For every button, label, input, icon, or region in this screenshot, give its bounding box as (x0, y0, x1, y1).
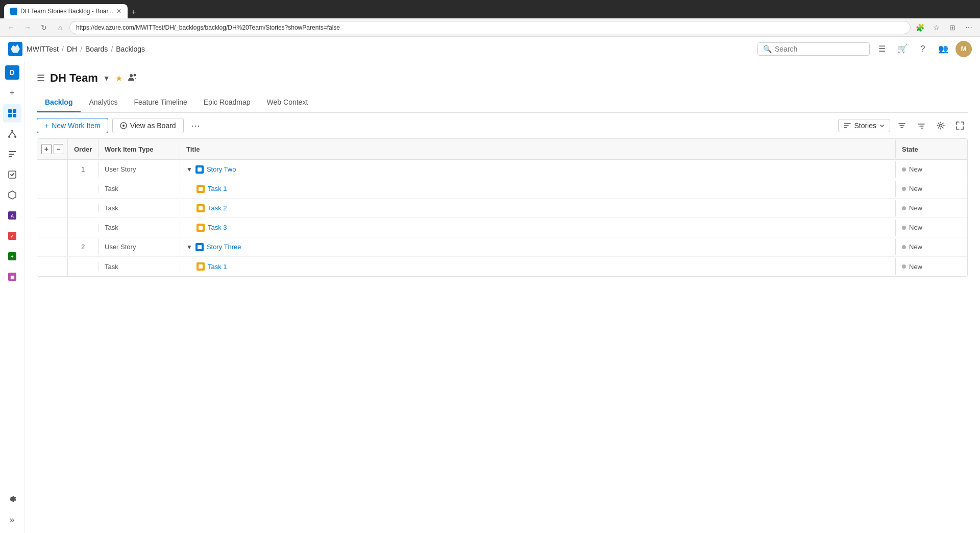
row-type-1-2: Task (99, 200, 180, 216)
row-title-1-1[interactable]: Task 1 (180, 181, 896, 197)
tab-feature-timeline[interactable]: Feature Timeline (126, 93, 195, 112)
stories-selector[interactable]: Stories (838, 119, 890, 132)
task3-title[interactable]: Task 3 (208, 224, 227, 231)
row-title-2[interactable]: ▼ Story Three (180, 239, 896, 255)
team-members-icon[interactable] (128, 72, 138, 85)
user-story-icon-2 (195, 243, 204, 251)
collections-button[interactable]: ⊞ (945, 20, 960, 35)
back-button[interactable]: ← (4, 20, 18, 35)
th-order: Order (68, 140, 99, 158)
title-dropdown-button[interactable]: ▼ (103, 74, 110, 82)
top-bar: MWITTest / DH / Boards / Backlogs 🔍 ☰ 🛒 … (0, 37, 980, 61)
sidebar-item-pipelines[interactable] (3, 145, 21, 163)
browser-tab-active[interactable]: DH Team Stories Backlog - Boar... ✕ (4, 4, 128, 18)
sidebar-org-logo[interactable]: D (5, 65, 19, 80)
th-state: State (896, 140, 967, 158)
app-logo[interactable] (8, 42, 22, 56)
breadcrumb-mwittest[interactable]: MWITTest (27, 45, 59, 53)
help-icon[interactable]: ? (915, 41, 931, 57)
hamburger-menu[interactable]: ☰ (37, 72, 45, 84)
breadcrumb-backlogs[interactable]: Backlogs (116, 45, 145, 53)
more-tools-button[interactable]: ⋯ (962, 20, 976, 35)
sidebar-item-artifacts[interactable] (3, 186, 21, 204)
tab-analytics[interactable]: Analytics (81, 93, 126, 112)
row-expand-1-2 (37, 199, 68, 217)
breadcrumb: MWITTest / DH / Boards / Backlogs (27, 45, 145, 53)
svg-text:✓: ✓ (10, 234, 14, 239)
page-title[interactable]: DH Team (50, 71, 98, 85)
search-input[interactable] (775, 45, 864, 53)
sidebar-item-boards[interactable] (3, 104, 21, 123)
ext4-icon: ▣ (7, 272, 17, 282)
story-two-title[interactable]: Story Two (207, 165, 236, 173)
basket-icon[interactable]: 🛒 (894, 41, 911, 57)
repos-icon (7, 129, 17, 139)
collapse-all-button[interactable]: − (54, 144, 64, 154)
sidebar-item-ext3[interactable]: + (3, 247, 21, 265)
sidebar-item-testplans[interactable] (3, 165, 21, 184)
browser-nav: ← → ↻ ⌂ 🧩 ☆ ⊞ ⋯ (0, 18, 980, 37)
extensions-button[interactable]: 🧩 (913, 20, 927, 35)
svg-rect-1 (13, 109, 16, 113)
state-dot-1 (902, 167, 906, 172)
tab-close-button[interactable]: ✕ (116, 8, 121, 15)
row-order-1-2 (68, 204, 99, 212)
svg-point-5 (8, 136, 10, 138)
expand-all-button[interactable]: + (41, 144, 52, 154)
collapse-arrow-2[interactable]: ▼ (186, 244, 192, 251)
svg-text:A: A (10, 213, 14, 219)
tab-epic-roadmap[interactable]: Epic Roadmap (195, 93, 259, 112)
sidebar-item-collapse[interactable]: » (3, 511, 21, 529)
address-bar[interactable] (69, 21, 911, 34)
new-tab-button[interactable]: + (128, 6, 140, 18)
row-type-1: User Story (99, 161, 180, 177)
collapse-icon: » (9, 515, 14, 525)
search-box[interactable]: 🔍 (757, 42, 870, 56)
svg-point-22 (940, 125, 942, 127)
avatar[interactable]: M (955, 41, 972, 57)
row-title-1[interactable]: ▼ Story Two (180, 161, 896, 178)
fullscreen-button[interactable] (952, 118, 968, 133)
sidebar-item-ext2[interactable]: ✓ (3, 227, 21, 245)
breadcrumb-boards[interactable]: Boards (85, 45, 108, 53)
collapse-arrow-1[interactable]: ▼ (186, 166, 192, 173)
row-state-1-3: New (896, 220, 967, 235)
row-title-1-2[interactable]: Task 2 (180, 200, 896, 216)
sidebar-item-settings[interactable] (3, 490, 21, 508)
row-title-2-1[interactable]: Task 1 (180, 258, 896, 275)
forward-button[interactable]: → (20, 20, 35, 35)
view-as-board-button[interactable]: View as Board (112, 118, 184, 133)
favorites-button[interactable]: ☆ (929, 20, 943, 35)
tab-web-context[interactable]: Web Context (259, 93, 316, 112)
filter-button[interactable] (894, 118, 910, 133)
svg-rect-2 (8, 114, 12, 117)
refresh-button[interactable]: ↻ (37, 20, 51, 35)
settings-button[interactable] (933, 118, 948, 133)
row-title-1-3[interactable]: Task 3 (180, 220, 896, 236)
sidebar-item-ext4[interactable]: ▣ (3, 268, 21, 286)
home-button[interactable]: ⌂ (53, 20, 67, 35)
sidebar-item-repos[interactable] (3, 125, 21, 143)
row-order-2-1 (68, 262, 99, 271)
new-work-item-button[interactable]: + New Work Item (37, 118, 108, 133)
svg-rect-0 (8, 109, 12, 113)
task2-title[interactable]: Task 2 (208, 204, 227, 212)
story3-task1-title[interactable]: Task 1 (208, 263, 227, 271)
my-work-icon[interactable]: ☰ (874, 41, 890, 57)
row-order-1: 1 (68, 161, 99, 177)
favorite-star-icon[interactable]: ★ (115, 74, 122, 83)
sort-button[interactable] (914, 118, 929, 133)
th-expand: + − (37, 139, 68, 159)
more-options-button[interactable]: ⋯ (188, 118, 203, 133)
task1-title[interactable]: Task 1 (208, 185, 227, 192)
table-row: Task Task 2 New (37, 199, 967, 218)
story-three-title[interactable]: Story Three (207, 243, 241, 251)
breadcrumb-dh[interactable]: DH (67, 45, 77, 53)
sidebar-item-ext1[interactable]: A (3, 206, 21, 225)
sidebar-item-add[interactable]: + (3, 84, 21, 102)
sidebar: D + (0, 61, 24, 533)
row-order-1-3 (68, 224, 99, 232)
people-settings-icon[interactable]: 👥 (935, 41, 951, 57)
task-icon-2-1 (197, 262, 205, 271)
tab-backlog[interactable]: Backlog (37, 93, 81, 112)
